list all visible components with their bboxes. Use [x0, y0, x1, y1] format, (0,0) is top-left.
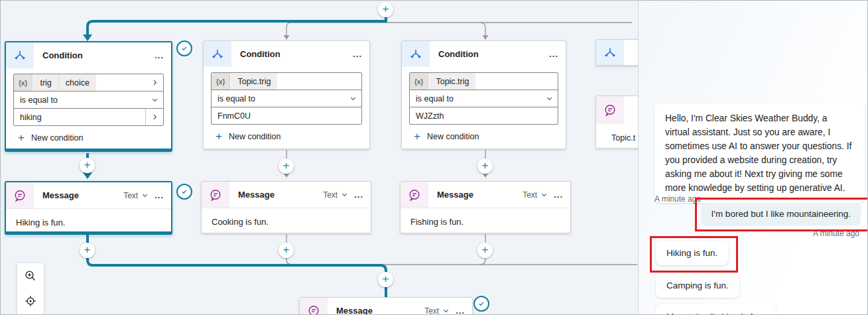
add-node-button[interactable]: +	[279, 243, 294, 258]
new-condition-button[interactable]: + New condition	[13, 133, 164, 143]
condition-value: WJZzth	[410, 111, 444, 121]
node-menu-button[interactable]: ...	[549, 49, 558, 59]
branch-condition-icon	[13, 48, 27, 63]
check-icon	[477, 300, 485, 308]
chevron-right-icon[interactable]	[145, 109, 163, 125]
condition-operator-select[interactable]: is equal to	[409, 90, 558, 107]
flow-canvas[interactable]: + + + + + + + + Conditi	[1, 1, 638, 314]
new-condition-button[interactable]: + New condition	[409, 132, 558, 141]
add-node-button[interactable]: +	[477, 158, 493, 174]
variable-tag: {x}	[14, 74, 32, 91]
condition-operator-select[interactable]: is equal to	[13, 91, 164, 109]
check-icon	[180, 44, 188, 52]
message-timestamp: A minute ago	[654, 194, 701, 204]
message-timestamp: A minute ago	[813, 229, 859, 238]
chevron-down-icon[interactable]	[540, 90, 558, 107]
variable-chip[interactable]: Topic.trig	[429, 73, 475, 90]
node-title: Message	[437, 190, 523, 200]
bot-message-bubble: Hiking is fun.	[656, 241, 728, 265]
condition-body: {x} Topic.trig is equal to FnmC0U +	[204, 67, 369, 148]
chevron-right-icon[interactable]	[146, 74, 163, 91]
message-bubble-icon	[208, 188, 223, 202]
condition-value-field[interactable]: FnmC0U	[211, 107, 362, 125]
message-node-header: Message Text ...	[202, 182, 371, 208]
branch-condition-icon	[408, 47, 423, 62]
branch-condition-icon	[603, 46, 617, 60]
condition-node-header	[596, 40, 638, 66]
user-message-bubble: I'm bored but I like mountaineering.	[702, 203, 861, 225]
condition-node-1[interactable]: Condition ... {x} trig choice is equal t…	[5, 41, 172, 152]
node-title: Message	[238, 190, 323, 200]
zoom-in-button[interactable]	[17, 263, 44, 288]
message-bubble-icon	[603, 103, 617, 117]
message-type-label: Text	[323, 190, 338, 200]
message-icon-box	[596, 96, 624, 124]
message-bubble-icon	[407, 188, 422, 202]
executed-check-badge	[473, 296, 489, 312]
message-node-4-partial[interactable]: Topic.t	[595, 95, 638, 149]
condition-node-2[interactable]: Condition ... {x} Topic.trig is equal to	[203, 40, 370, 149]
condition-value-field[interactable]: hiking	[13, 108, 164, 126]
message-body[interactable]: Fishing is fun.	[401, 208, 570, 233]
bot-message-bubble: Camping is fun.	[656, 273, 739, 298]
message-type-dropdown[interactable]: Text	[323, 190, 348, 200]
node-menu-button[interactable]: ...	[353, 49, 362, 59]
check-icon	[180, 188, 188, 196]
message-type-dropdown[interactable]: Text	[523, 190, 548, 200]
zoom-in-icon	[24, 269, 37, 283]
variable-chip[interactable]: Topic.trig	[231, 73, 277, 90]
condition-value-field[interactable]: WJZzth	[409, 107, 558, 125]
node-menu-button[interactable]: ...	[456, 306, 465, 314]
node-title: Message	[336, 306, 424, 314]
condition-icon-box	[6, 42, 34, 68]
condition-variable-field[interactable]: {x} trig choice	[13, 74, 164, 92]
condition-variable-field[interactable]: {x} Topic.trig	[211, 72, 362, 90]
new-condition-label: New condition	[31, 133, 84, 143]
message-body[interactable]: Cooking is fun.	[202, 208, 371, 233]
message-node-header: Message Text ...	[6, 182, 171, 208]
node-menu-button[interactable]: ...	[155, 50, 164, 60]
node-menu-button[interactable]: ...	[554, 190, 563, 200]
message-icon-box	[6, 182, 34, 208]
node-title: Condition	[438, 49, 549, 59]
condition-variable-field[interactable]: {x} Topic.trig	[409, 72, 558, 90]
message-type-dropdown[interactable]: Text	[424, 306, 450, 315]
bot-message-bubble-partial: Mountain climbing is fun.	[656, 304, 776, 314]
message-type-dropdown[interactable]: Text	[123, 191, 149, 200]
node-menu-button[interactable]: ...	[155, 190, 164, 200]
add-node-button[interactable]: +	[378, 272, 393, 287]
message-body[interactable]: Hiking is fun.	[6, 208, 171, 235]
message-node-3[interactable]: Message Text ... Fishing is fun.	[400, 181, 571, 233]
add-node-button[interactable]: +	[378, 2, 393, 17]
center-canvas-button[interactable]	[17, 288, 44, 314]
condition-operator-select[interactable]: is equal to	[211, 90, 362, 107]
canvas-toolbar	[17, 263, 44, 314]
condition-icon-box	[204, 41, 231, 67]
plus-icon: +	[216, 132, 222, 141]
executed-check-badge	[176, 184, 192, 200]
message-node-bottom[interactable]: Message Text ...	[299, 297, 473, 314]
app-window: + + + + + + + + Conditi	[0, 0, 868, 315]
message-node-header: Message Text ...	[401, 182, 570, 208]
condition-node-4-partial[interactable]	[595, 39, 638, 66]
operator-label: is equal to	[212, 94, 255, 103]
variable-chip[interactable]: trig	[33, 74, 58, 91]
add-node-button[interactable]: +	[477, 243, 493, 258]
operator-label: is equal to	[14, 95, 58, 105]
new-condition-button[interactable]: + New condition	[211, 132, 362, 141]
message-icon-box	[401, 182, 428, 208]
add-node-button[interactable]: +	[279, 158, 294, 174]
chevron-down-icon[interactable]	[344, 90, 361, 107]
condition-node-3[interactable]: Condition ... {x} Topic.trig is equal to	[401, 40, 566, 149]
new-condition-label: New condition	[427, 132, 479, 141]
variable-chip[interactable]: choice	[58, 74, 96, 91]
condition-body: {x} trig choice is equal to hiki	[6, 68, 171, 149]
message-node-1[interactable]: Message Text ... Hiking is fun.	[5, 181, 172, 235]
add-node-button[interactable]: +	[80, 243, 95, 258]
message-node-2[interactable]: Message Text ... Cooking is fun.	[201, 181, 371, 233]
node-menu-button[interactable]: ...	[354, 190, 363, 200]
plus-icon: +	[414, 132, 420, 141]
chevron-down-icon[interactable]	[146, 92, 163, 108]
add-node-button[interactable]: +	[80, 158, 95, 173]
test-chat-panel[interactable]: Hello, I'm Clear Skies Weather Buddy, a …	[638, 1, 868, 314]
